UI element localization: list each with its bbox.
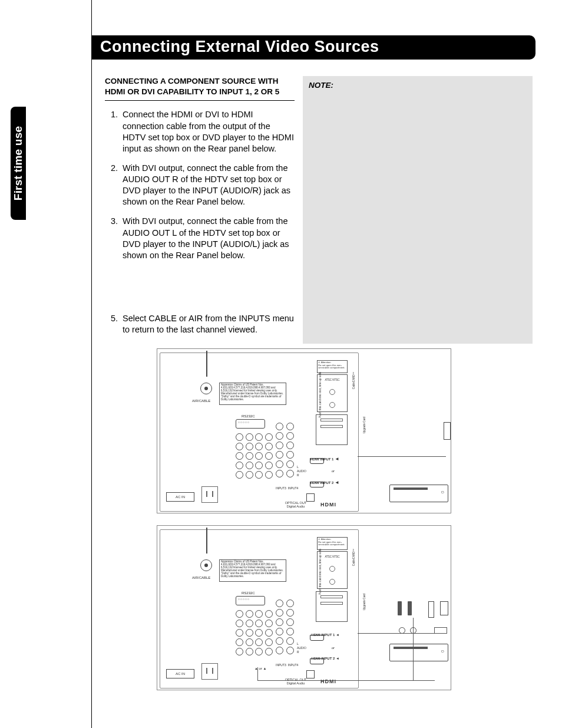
ac-receptacle-icon — [201, 486, 218, 503]
optical-out-label: OPTICAL OUTDigital Audio — [276, 502, 316, 508]
component-jacks-col2 — [286, 423, 294, 477]
optical-out-port-icon — [306, 493, 315, 502]
note-box: NOTE: — [303, 76, 533, 344]
air-cable-label: AIR/CABLE — [192, 399, 210, 403]
rf-jack-icon-2 — [200, 559, 212, 571]
air-cable-label-2: AIR/CABLE — [192, 576, 210, 579]
hdmi-input-1-label: HDMI INPUT 1 ◄ — [310, 456, 339, 462]
antenna-icon — [206, 351, 207, 377]
audio-lr-labels-2: L AUDIO R — [297, 642, 306, 654]
dvi-plug-icon — [440, 601, 448, 615]
ac-in-label-2: AC IN — [166, 669, 194, 678]
rear-panel-diagram-dvi: AIR/CABLE Apparatus Claims of US Patent … — [157, 525, 451, 690]
upgrade-card-slot — [316, 414, 348, 445]
step-4-missing — [120, 269, 295, 305]
page-title-bar: Connecting External Video Sources — [92, 35, 535, 60]
rf-jack-icon — [200, 383, 212, 394]
input-3-4-labels: INPUT3 INPUT4 — [276, 486, 298, 490]
rear-panel-outline: AIR/CABLE Apparatus Claims of US Patent … — [160, 353, 359, 512]
step-3: With DVI output, connect the cable from … — [120, 216, 295, 261]
ac-in-label: AC IN — [166, 492, 194, 502]
rca-plug-l-icon — [398, 601, 402, 615]
push-card-label: Push this card into slot, line up with — [318, 371, 322, 418]
hdmi-cable-wire — [358, 456, 446, 457]
hdmi-input-2-label: HDMI INPUT 2 ◄ — [310, 480, 339, 485]
section-side-tab: First time use — [11, 107, 26, 220]
set-top-box-icon — [389, 485, 448, 502]
rca-jack-grid-2 — [236, 610, 273, 656]
patent-notice-2: Apparatus Claims of US Patent Nos. 4,631… — [219, 559, 286, 582]
component-jacks-col1-2 — [276, 599, 283, 654]
hdmi-plug-icon-2 — [428, 601, 434, 618]
rs232c-port-icon-2 — [236, 596, 265, 605]
antenna-icon-2 — [206, 528, 207, 554]
upgrade-card-label: Upgrade Card — [363, 417, 366, 433]
component-jacks-col2-2 — [286, 599, 294, 654]
rear-panel-diagram-hdmi: AIR/CABLE Apparatus Claims of US Patent … — [157, 348, 451, 513]
rs232c-label: RS232C — [242, 414, 255, 418]
plug-row — [398, 601, 448, 618]
hdmi-plug-icon — [444, 422, 451, 440]
rca-jack-grid — [236, 433, 273, 479]
hdmi-or-label: or — [332, 469, 335, 473]
step-5: Select CABLE or AIR from the INPUTS menu… — [120, 313, 295, 335]
atsc-ntsc-label: ATSC NTSC — [325, 378, 339, 381]
side-tab-label: First time use — [12, 126, 25, 200]
component-jacks-col1 — [276, 423, 283, 477]
step-2: With DVI output, connect the cable from … — [120, 163, 295, 208]
cablecard-label: CableCARD™ — [352, 372, 355, 389]
hdmi-logo: HDMI — [320, 502, 336, 508]
page-title: Connecting External Video Sources — [100, 38, 379, 55]
note-label: NOTE: — [309, 81, 333, 90]
step-1-line1: Connect the HDMI or DVI to HDMI connecti… — [123, 110, 294, 141]
rca-plug-r-icon — [408, 601, 412, 615]
ac-receptacle-icon-2 — [201, 663, 218, 680]
upgrade-card-slot-2 — [316, 591, 348, 622]
input-3-4-labels-2: INPUT3 INPUT4 — [276, 663, 298, 667]
hdmi-cable-wire-2 — [358, 633, 446, 634]
patent-notice: Apparatus Claims of US Patent Nos. 4,631… — [219, 383, 286, 405]
rear-panel-outline-2: AIR/CABLE Apparatus Claims of US Patent … — [160, 529, 359, 689]
audio-lr-labels: L AUDIO R — [297, 465, 306, 477]
instructions-column: CONNECTING A COMPONENT SOURCE WITH HDMI … — [105, 76, 295, 344]
step-1: Connect the HDMI or DVI to HDMI connecti… — [120, 109, 295, 154]
audio-cable-wire-v — [413, 618, 414, 680]
step-1-line2: input as shown on the Rear panel below. — [123, 143, 295, 154]
rs232c-label-2: RS232C — [242, 591, 255, 595]
diagrams-area: AIR/CABLE Apparatus Claims of US Patent … — [92, 348, 535, 690]
rs232c-port-icon — [236, 419, 265, 429]
sub-heading: CONNECTING A COMPONENT SOURCE WITH HDMI … — [105, 76, 295, 101]
audio-cable-wire — [257, 667, 435, 681]
steps-list: Connect the HDMI or DVI to HDMI connecti… — [105, 109, 295, 335]
content-column: Connecting External Video Sources CONNEC… — [91, 0, 535, 728]
set-top-box-icon-2 — [389, 644, 448, 661]
